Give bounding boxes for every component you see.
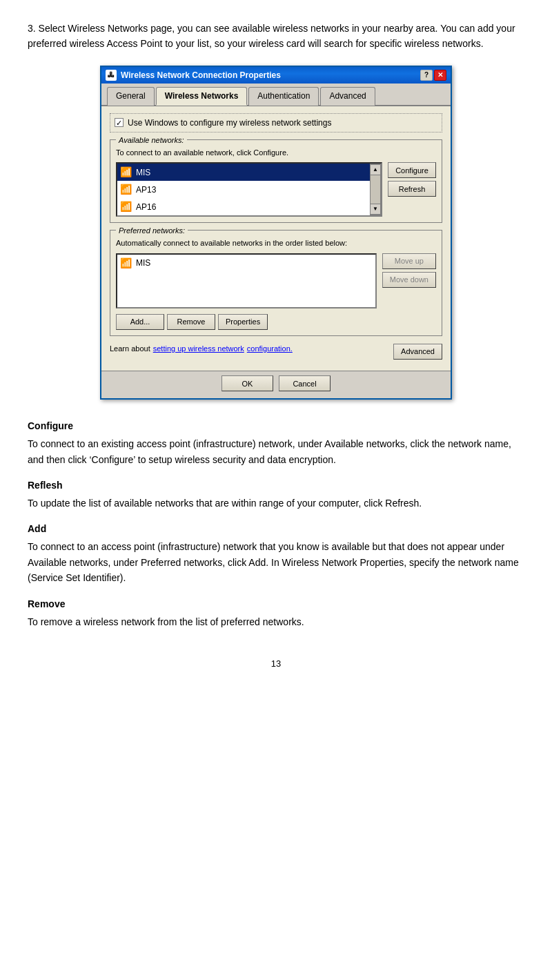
configure-button[interactable]: Configure: [388, 162, 436, 178]
tab-wireless-networks[interactable]: Wireless Networks: [156, 87, 248, 106]
pref-desc: Automatically connect to available netwo…: [116, 237, 436, 249]
learn-link2[interactable]: configuration.: [247, 343, 293, 355]
scroll-track: [371, 175, 380, 204]
section-configure-heading: Configure: [28, 419, 524, 433]
section-remove-body: To remove a wireless network from the li…: [28, 614, 524, 629]
page-number: 13: [28, 657, 524, 671]
intro-paragraph: 3. Select Wireless Networks page, you ca…: [28, 21, 524, 52]
properties-button[interactable]: Properties: [218, 314, 268, 330]
section-remove-heading: Remove: [28, 597, 524, 611]
avail-main: 📶 MIS 📶 AP13 📶 AP16: [116, 162, 436, 217]
move-up-button[interactable]: Move up: [382, 253, 436, 269]
ok-cancel-row: OK Cancel: [101, 371, 451, 398]
network-icon-ap13: 📶: [120, 182, 132, 197]
avail-buttons: Configure Refresh: [388, 162, 436, 197]
title-buttons: ? ✕: [420, 70, 446, 81]
help-button[interactable]: ?: [420, 70, 433, 81]
section-reflesh-heading: Reflesh: [28, 478, 524, 493]
tab-advanced[interactable]: Advanced: [320, 87, 375, 106]
preferred-networks-label: Preferred networks:: [116, 225, 188, 237]
pref-network-name-mis: MIS: [136, 257, 150, 269]
dialog-title-text: Wireless Network Connection Properties: [121, 69, 281, 81]
section-configure: Configure To connect to an existing acce…: [28, 419, 524, 467]
learn-link1[interactable]: setting up wireless network: [153, 343, 244, 355]
tab-authentication[interactable]: Authentication: [248, 87, 319, 106]
checkbox-label: Use Windows to configure my wireless net…: [128, 117, 331, 129]
remove-button[interactable]: Remove: [167, 314, 215, 330]
network-name-ap13: AP13: [136, 184, 156, 196]
ok-button[interactable]: OK: [221, 375, 273, 391]
use-windows-checkbox[interactable]: ✓: [115, 118, 124, 127]
network-icon-mis: 📶: [120, 165, 132, 179]
move-down-button[interactable]: Move down: [382, 272, 436, 288]
scroll-up-arrow[interactable]: ▲: [370, 164, 381, 175]
network-name-mis: MIS: [136, 166, 150, 179]
pref-network-icon-mis: 📶: [120, 256, 132, 271]
preferred-networks-group: Preferred networks: Automatically connec…: [110, 230, 442, 336]
available-networks-label: Available networks:: [116, 135, 187, 146]
network-item-mis[interactable]: 📶 MIS: [117, 164, 370, 181]
section-add-heading: Add: [28, 522, 524, 536]
section-add-body: To connect to an access point (infrastru…: [28, 539, 524, 585]
windows-dialog: 🖧 Wireless Network Connection Properties…: [100, 66, 452, 400]
dialog-titlebar: 🖧 Wireless Network Connection Properties…: [101, 67, 451, 84]
section-reflesh: Reflesh To update the list of available …: [28, 478, 524, 511]
dialog-icon: 🖧: [106, 70, 117, 81]
add-button[interactable]: Add...: [116, 314, 164, 330]
preferred-networks-listbox[interactable]: 📶 MIS: [116, 253, 377, 308]
refresh-button[interactable]: Refresh: [388, 181, 436, 197]
pref-network-item-mis[interactable]: 📶 MIS: [117, 255, 375, 272]
network-item-ap13[interactable]: 📶 AP13: [117, 181, 370, 198]
available-networks-group: Available networks: To connect to an ava…: [110, 139, 442, 224]
section-add: Add To connect to an access point (infra…: [28, 522, 524, 585]
checkbox-row: ✓ Use Windows to configure my wireless n…: [110, 113, 442, 133]
dialog-bottom-section: Learn about setting up wireless network …: [110, 343, 442, 363]
tab-bar: General Wireless Networks Authentication…: [101, 84, 451, 106]
dialog-body: ✓ Use Windows to configure my wireless n…: [101, 106, 451, 371]
scroll-down-arrow[interactable]: ▼: [370, 204, 381, 215]
section-reflesh-body: To update the list of available networks…: [28, 496, 524, 511]
pref-main: 📶 MIS Move up Move down: [116, 253, 436, 308]
pref-bottom-row: Add... Remove Properties: [116, 314, 436, 330]
available-networks-listbox[interactable]: 📶 MIS 📶 AP13 📶 AP16: [116, 162, 382, 217]
dialog-wrapper: 🖧 Wireless Network Connection Properties…: [28, 66, 524, 400]
dialog-title-left: 🖧 Wireless Network Connection Properties: [106, 69, 281, 81]
network-name-ap16: AP16: [136, 201, 156, 213]
preferred-networks-content: Automatically connect to available netwo…: [116, 237, 436, 330]
sections-container: Configure To connect to an existing acce…: [28, 419, 524, 629]
close-button[interactable]: ✕: [434, 70, 446, 81]
learn-row: Learn about setting up wireless network …: [110, 343, 293, 355]
section-configure-body: To connect to an existing access point (…: [28, 436, 524, 467]
pref-buttons: Move up Move down: [382, 253, 436, 288]
cancel-button[interactable]: Cancel: [279, 375, 331, 391]
available-networks-content: To connect to an available network, clic…: [116, 147, 436, 217]
network-icon-ap16: 📶: [120, 199, 132, 214]
avail-desc: To connect to an available network, clic…: [116, 147, 436, 159]
avail-list-inner: 📶 MIS 📶 AP13 📶 AP16: [117, 164, 370, 215]
advanced-button[interactable]: Advanced: [393, 344, 442, 360]
tab-general[interactable]: General: [107, 87, 155, 106]
network-item-ap16[interactable]: 📶 AP16: [117, 198, 370, 215]
section-remove: Remove To remove a wireless network from…: [28, 597, 524, 629]
avail-scrollbar[interactable]: ▲ ▼: [370, 164, 381, 215]
learn-prefix: Learn about: [110, 343, 150, 355]
